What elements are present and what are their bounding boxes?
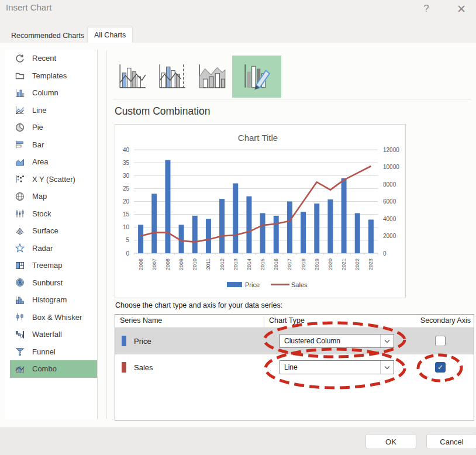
sidebar-item-label: X Y (Scatter) <box>32 175 75 184</box>
sidebar-item-pie[interactable]: Pie <box>10 119 97 136</box>
sidebar-item-label: Area <box>32 157 48 166</box>
close-icon[interactable]: ✕ <box>453 1 470 17</box>
sidebar-item-combo[interactable]: Combo <box>10 360 97 378</box>
combo-icon <box>15 364 25 374</box>
price-bar <box>287 202 292 254</box>
tab-recommended-charts[interactable]: Recommended Charts <box>5 29 91 43</box>
ok-button[interactable]: OK <box>365 434 416 449</box>
sidebar-item-label: Treemap <box>32 261 63 270</box>
svg-text:40: 40 <box>123 147 130 153</box>
svg-text:2000: 2000 <box>383 233 396 239</box>
chevron-down-icon[interactable] <box>380 361 394 374</box>
price-bar <box>355 213 360 253</box>
series-row-price[interactable]: PriceClustered Column <box>115 328 474 354</box>
series-table-header: Series Name Chart Type Secondary Axis <box>115 315 474 328</box>
price-bar <box>192 216 198 253</box>
secondary-axis-checkbox-sales[interactable]: ✓ <box>435 362 446 373</box>
window-title: Insert Chart <box>6 2 51 12</box>
sidebar-item-bar[interactable]: Bar <box>10 136 97 154</box>
sidebar-item-line[interactable]: Line <box>10 102 97 119</box>
preview-chart: Chart Title05101520253035400200040006000… <box>115 125 405 298</box>
sidebar-item-label: Surface <box>32 226 58 235</box>
sidebar-item-sunburst[interactable]: Sunburst <box>10 274 97 292</box>
chart-type-dropdown-sales[interactable]: Line <box>280 360 394 374</box>
sidebar-item-label: Map <box>32 192 47 201</box>
sidebar-item-label: Waterfall <box>32 330 62 339</box>
price-bar <box>314 204 319 253</box>
line-icon <box>15 105 25 115</box>
legend-price-swatch <box>227 282 242 287</box>
tab-bar: Recommended Charts All Charts <box>0 27 476 43</box>
sidebar-item-funnel[interactable]: Funnel <box>10 343 97 361</box>
combo-subtype-clustered-column-line-icon[interactable] <box>113 56 151 98</box>
sidebar-item-column[interactable]: Column <box>10 84 97 102</box>
svg-text:35: 35 <box>123 160 130 166</box>
svg-text:10: 10 <box>123 224 130 230</box>
sidebar-item-waterfall[interactable]: Waterfall <box>10 326 97 343</box>
combo-subtype-custom-combination-icon[interactable] <box>232 56 281 98</box>
series-row-sales[interactable]: SalesLine✓ <box>115 354 474 381</box>
column-header-secondary-axis: Secondary Axis <box>420 316 471 325</box>
price-bar <box>342 178 347 253</box>
svg-text:2011: 2011 <box>205 258 211 270</box>
sales-line <box>141 166 371 242</box>
chevron-down-icon[interactable] <box>380 335 394 347</box>
svg-text:4000: 4000 <box>383 216 396 222</box>
sidebar-item-stock[interactable]: Stock <box>10 205 97 223</box>
sidebar-item-radar[interactable]: Radar <box>10 240 97 257</box>
chart-type-dropdown-price[interactable]: Clustered Column <box>280 334 394 348</box>
price-bar <box>165 160 170 253</box>
chart-preview-panel: Chart Title05101520253035400200040006000… <box>115 124 406 298</box>
sidebar-item-surface[interactable]: Surface <box>10 222 97 240</box>
price-bar <box>233 184 238 253</box>
combo-subtype-gallery <box>113 56 281 98</box>
column-icon <box>15 88 25 98</box>
pie-icon <box>15 122 25 132</box>
sidebar-item-histogram[interactable]: Histogram <box>10 291 97 309</box>
histogram-icon <box>15 295 25 305</box>
svg-text:20: 20 <box>123 198 130 205</box>
dialog-footer: OK Cancel <box>0 428 476 455</box>
svg-text:2022: 2022 <box>354 258 360 270</box>
cancel-button[interactable]: Cancel <box>426 434 476 449</box>
area-icon <box>15 157 25 167</box>
help-icon[interactable]: ? <box>418 1 435 17</box>
surface-icon <box>15 226 25 236</box>
chart-title: Chart Title <box>238 133 278 143</box>
chart-type-value: Line <box>280 361 380 374</box>
svg-text:2012: 2012 <box>219 258 225 270</box>
sidebar-item-label: Templates <box>32 71 67 80</box>
sidebar-item-label: Column <box>32 88 58 97</box>
svg-text:2014: 2014 <box>246 258 252 270</box>
series-name-label: Price <box>134 337 151 346</box>
price-bar <box>260 213 265 253</box>
svg-text:2021: 2021 <box>341 258 347 270</box>
sidebar-item-recent[interactable]: Recent <box>10 50 97 67</box>
secondary-axis-checkbox-price[interactable] <box>435 336 446 346</box>
sidebar-item-label: Stock <box>32 209 51 218</box>
sidebar-item-templates[interactable]: Templates <box>10 67 97 85</box>
tab-all-charts[interactable]: All Charts <box>87 27 133 43</box>
combo-subtype-clustered-column-line-secondary-axis-icon[interactable] <box>153 56 191 98</box>
svg-text:2007: 2007 <box>151 258 157 270</box>
svg-text:2010: 2010 <box>192 258 198 270</box>
price-bar <box>206 219 211 253</box>
sidebar-item-x-y-scatter[interactable]: X Y (Scatter) <box>10 171 97 188</box>
sidebar-item-map[interactable]: Map <box>10 188 97 205</box>
sidebar-item-label: Combo <box>32 364 57 373</box>
combo-subtype-stacked-area-clustered-column-icon[interactable] <box>192 56 231 98</box>
column-header-series-name: Series Name <box>120 316 162 325</box>
funnel-icon <box>15 347 25 357</box>
sidebar-item-label: Box & Whisker <box>32 313 82 322</box>
sidebar-item-label: Radar <box>32 244 53 253</box>
svg-text:25: 25 <box>123 185 130 192</box>
sidebar-item-box-whisker[interactable]: Box & Whisker <box>10 309 97 326</box>
sidebar-item-treemap[interactable]: Treemap <box>10 257 97 274</box>
price-bar <box>301 212 306 253</box>
svg-text:12000: 12000 <box>383 147 399 153</box>
svg-text:2018: 2018 <box>301 258 306 270</box>
box-whisker-icon <box>15 312 25 322</box>
price-bar <box>327 199 333 253</box>
sidebar-item-area[interactable]: Area <box>10 153 97 171</box>
bar-icon <box>15 140 25 150</box>
